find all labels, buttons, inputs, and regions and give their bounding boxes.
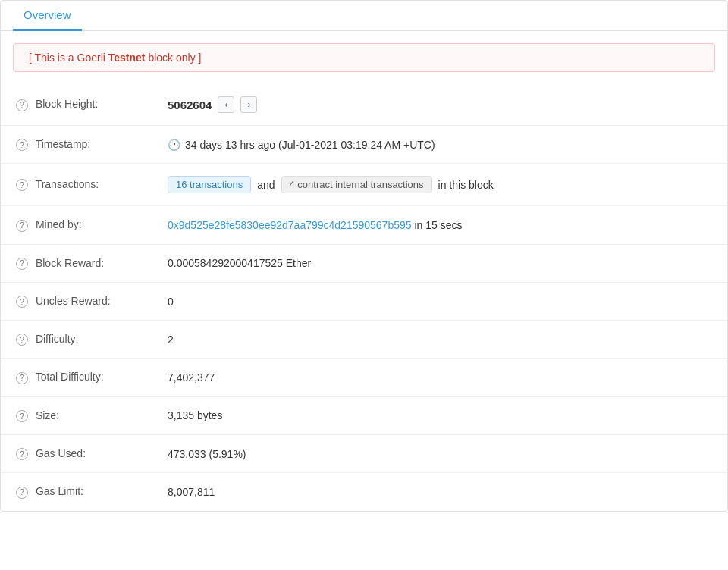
- clock-icon: 🕐: [168, 139, 180, 151]
- value-block-height: 5062604 ‹ ›: [152, 84, 727, 126]
- prev-block-btn[interactable]: ‹: [218, 96, 234, 113]
- block-height-number: 5062604: [168, 99, 212, 111]
- row-block-height: ? Block Height: 5062604 ‹ ›: [1, 84, 727, 126]
- value-gas-limit: 8,007,811: [152, 473, 727, 511]
- label-mined-by: ? Mined by:: [1, 206, 152, 244]
- alert-suffix: block only ]: [146, 52, 202, 64]
- label-uncles-reward: ? Uncles Reward:: [1, 282, 152, 320]
- value-mined-by: 0x9d525e28fe5830ee92d7aa799c4d21590567b5…: [152, 206, 727, 244]
- value-timestamp: 🕐 34 days 13 hrs ago (Jul-01-2021 03:19:…: [152, 126, 727, 164]
- alert-prefix: [ This is a Goerli: [29, 52, 108, 64]
- alert-testnet: Testnet: [108, 52, 146, 64]
- help-icon-gas-limit[interactable]: ?: [16, 487, 28, 499]
- help-icon-size[interactable]: ?: [16, 410, 28, 422]
- row-total-difficulty: ? Total Difficulty: 7,402,377: [1, 359, 727, 396]
- next-block-btn[interactable]: ›: [240, 96, 257, 113]
- help-icon-block-height[interactable]: ?: [16, 99, 28, 111]
- row-mined-by: ? Mined by: 0x9d525e28fe5830ee92d7aa799c…: [1, 206, 727, 244]
- label-transactions: ? Transactions:: [1, 164, 152, 206]
- value-size: 3,135 bytes: [152, 396, 727, 434]
- label-timestamp: ? Timestamp:: [1, 126, 152, 164]
- alert-banner: [ This is a Goerli Testnet block only ]: [13, 43, 715, 72]
- row-size: ? Size: 3,135 bytes: [1, 396, 727, 434]
- tabs-bar: Overview: [1, 1, 727, 31]
- help-icon-uncles-reward[interactable]: ?: [16, 296, 28, 308]
- value-gas-used: 473,033 (5.91%): [152, 435, 727, 473]
- row-block-reward: ? Block Reward: 0.000584292000417525 Eth…: [1, 244, 727, 282]
- row-timestamp: ? Timestamp: 🕐 34 days 13 hrs ago (Jul-0…: [1, 126, 727, 164]
- help-icon-total-difficulty[interactable]: ?: [16, 372, 28, 384]
- label-gas-used: ? Gas Used:: [1, 435, 152, 473]
- label-block-reward: ? Block Reward:: [1, 244, 152, 282]
- help-icon-timestamp[interactable]: ?: [16, 139, 28, 151]
- tab-overview[interactable]: Overview: [13, 1, 82, 31]
- and-text: and: [257, 179, 275, 191]
- help-icon-mined-by[interactable]: ?: [16, 220, 28, 232]
- help-icon-gas-used[interactable]: ?: [16, 448, 28, 460]
- value-difficulty: 2: [152, 321, 727, 359]
- row-difficulty: ? Difficulty: 2: [1, 321, 727, 359]
- internal-tx-badge[interactable]: 4 contract internal transactions: [281, 176, 432, 193]
- mined-in-secs: in 15 secs: [414, 219, 462, 231]
- in-this-block-text: in this block: [438, 179, 494, 191]
- label-total-difficulty: ? Total Difficulty:: [1, 359, 152, 396]
- info-table: ? Block Height: 5062604 ‹ › ? Timestamp:: [1, 84, 727, 511]
- help-icon-difficulty[interactable]: ?: [16, 334, 28, 346]
- row-gas-used: ? Gas Used: 473,033 (5.91%): [1, 435, 727, 473]
- row-transactions: ? Transactions: 16 transactions and 4 co…: [1, 164, 727, 206]
- miner-address-link[interactable]: 0x9d525e28fe5830ee92d7aa799c4d21590567b5…: [168, 219, 412, 231]
- label-block-height: ? Block Height:: [1, 84, 152, 126]
- main-container: Overview [ This is a Goerli Testnet bloc…: [0, 0, 728, 512]
- label-difficulty: ? Difficulty:: [1, 321, 152, 359]
- label-size: ? Size:: [1, 396, 152, 434]
- timestamp-text: 34 days 13 hrs ago (Jul-01-2021 03:19:24…: [185, 139, 435, 151]
- value-block-reward: 0.000584292000417525 Ether: [152, 244, 727, 282]
- value-total-difficulty: 7,402,377: [152, 359, 727, 396]
- help-icon-block-reward[interactable]: ?: [16, 258, 28, 270]
- help-icon-transactions[interactable]: ?: [16, 179, 28, 191]
- label-gas-limit: ? Gas Limit:: [1, 473, 152, 511]
- row-uncles-reward: ? Uncles Reward: 0: [1, 282, 727, 320]
- value-uncles-reward: 0: [152, 282, 727, 320]
- row-gas-limit: ? Gas Limit: 8,007,811: [1, 473, 727, 511]
- value-transactions: 16 transactions and 4 contract internal …: [152, 164, 727, 206]
- tx-count-badge[interactable]: 16 transactions: [168, 176, 251, 193]
